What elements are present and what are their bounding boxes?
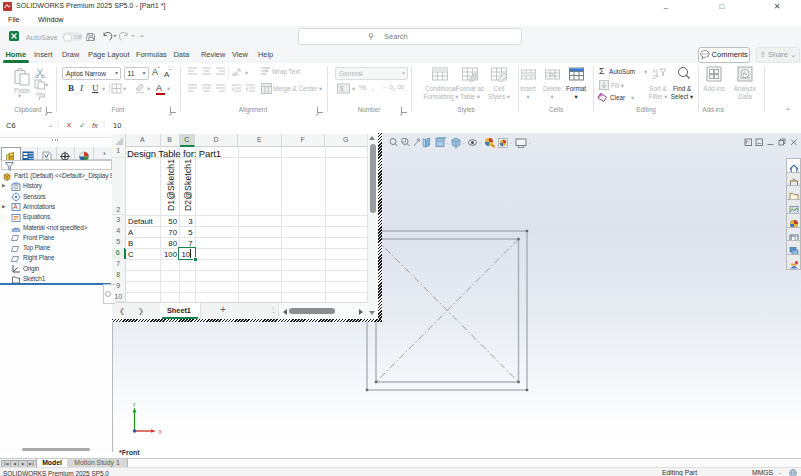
svg-text:Y: Y	[133, 403, 137, 408]
svg-text:-: -	[463, 140, 465, 146]
svg-text:-: -	[446, 140, 448, 146]
svg-text:Z: Z	[652, 74, 656, 80]
svg-text:X: X	[159, 429, 163, 435]
svg-text:-: -	[479, 140, 481, 146]
svg-text:-: -	[510, 140, 512, 146]
svg-text:ab: ab	[232, 71, 239, 77]
svg-text:A: A	[652, 68, 656, 74]
svg-text:-: -	[529, 140, 531, 146]
svg-text:$: $	[340, 85, 344, 92]
